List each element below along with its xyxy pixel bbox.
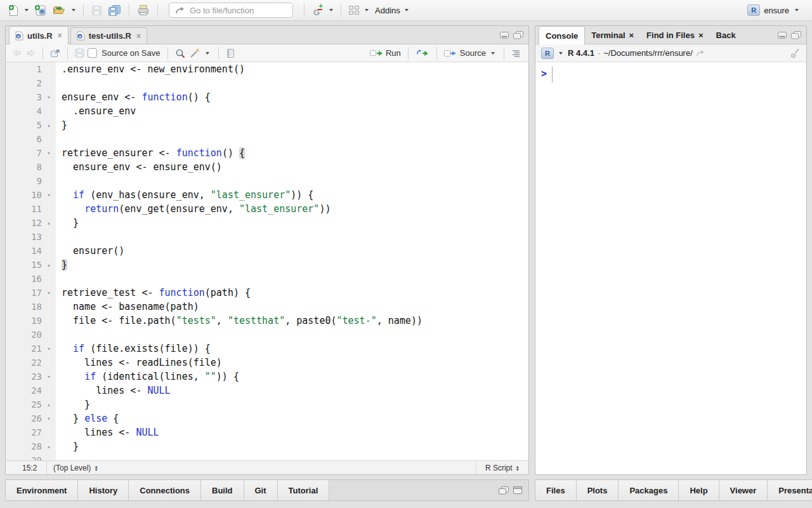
code-line[interactable]: 8 ensure_env <- ensure_env() xyxy=(6,160,528,174)
fold-toggle-icon[interactable]: ▾ xyxy=(42,345,56,352)
console-output[interactable]: > xyxy=(535,62,806,83)
close-icon[interactable]: × xyxy=(58,31,62,40)
close-icon[interactable]: × xyxy=(698,30,704,40)
panel-tab-connections[interactable]: Connections xyxy=(129,480,201,500)
fold-toggle-icon[interactable]: ▾ xyxy=(42,150,56,156)
console-tab-console[interactable]: Console xyxy=(539,26,585,44)
code-line[interactable]: 2 xyxy=(6,76,528,90)
close-icon[interactable]: × xyxy=(136,32,141,41)
maximize-pane-icon[interactable] xyxy=(791,31,801,39)
run-button[interactable]: Run xyxy=(370,48,401,58)
code-line[interactable]: 29 xyxy=(6,453,528,460)
panel-tab-tutorial[interactable]: Tutorial xyxy=(278,480,330,500)
code-line[interactable]: 15▴} xyxy=(6,258,528,272)
panel-tab-packages[interactable]: Packages xyxy=(619,480,679,500)
fold-toggle-icon[interactable]: ▾ xyxy=(42,94,56,100)
minimize-pane-icon[interactable] xyxy=(500,32,509,39)
restore-pane-icon[interactable] xyxy=(499,486,509,495)
popout-icon[interactable] xyxy=(50,49,60,58)
panel-tab-help[interactable]: Help xyxy=(679,480,719,500)
save-button[interactable] xyxy=(89,2,104,18)
code-line[interactable]: 6 xyxy=(6,132,528,146)
code-line[interactable]: 14 ensurer() xyxy=(6,244,528,258)
forward-icon[interactable] xyxy=(25,49,36,57)
project-selector[interactable]: R ensure xyxy=(747,4,806,16)
fold-toggle-icon[interactable]: ▴ xyxy=(42,122,56,128)
code-line[interactable]: 13 xyxy=(6,230,528,244)
minimize-pane-icon[interactable] xyxy=(778,32,787,39)
editor-tab-utils-r[interactable]: Rutils.R× xyxy=(9,26,69,44)
code-line[interactable]: 23▾ if (identical(lines, "")) { xyxy=(6,370,528,384)
fold-toggle-icon[interactable]: ▴ xyxy=(42,262,56,268)
chevron-down-icon[interactable] xyxy=(25,9,29,11)
file-type-selector[interactable]: R Script ▲▼ xyxy=(476,461,528,474)
code-line[interactable]: 11 return(env_get(ensure_env, "last_ensu… xyxy=(6,202,528,216)
code-line[interactable]: 28▴ } xyxy=(6,439,528,453)
working-directory[interactable]: ~/Documents/rrr/ensure/ xyxy=(603,48,693,58)
source-button[interactable]: Source xyxy=(444,48,486,58)
chevron-down-icon[interactable] xyxy=(329,9,333,11)
wand-icon[interactable] xyxy=(189,48,200,58)
code-line[interactable]: 27 lines <- NULL xyxy=(6,425,528,439)
fold-toggle-icon[interactable]: ▾ xyxy=(42,290,56,296)
code-line[interactable]: 12▴ } xyxy=(6,216,528,230)
version-control-button[interactable]: +G xyxy=(310,2,325,18)
save-icon[interactable] xyxy=(75,48,84,58)
addins-menu[interactable]: Addins xyxy=(372,6,413,15)
panel-tab-presentation[interactable]: Presentation xyxy=(768,480,812,500)
console-tab-back[interactable]: Back xyxy=(710,26,736,44)
code-line[interactable]: 18 name <- basename(path) xyxy=(6,300,528,314)
console-tab-terminal[interactable]: Terminal× xyxy=(585,26,640,44)
code-line[interactable]: 19 file <- file.path("tests", "testthat"… xyxy=(6,314,528,328)
code-line[interactable]: 1.ensure_env <- new_environment() xyxy=(6,62,528,76)
chevron-down-icon[interactable] xyxy=(491,52,495,55)
fold-toggle-icon[interactable]: ▴ xyxy=(42,401,56,408)
code-line[interactable]: 3▾ensure_env <- function() { xyxy=(6,90,528,104)
code-line[interactable]: 10▾ if (env_has(ensure_env, "last_ensure… xyxy=(6,188,528,202)
code-line[interactable]: 26▾ } else { xyxy=(6,411,528,425)
panel-tab-history[interactable]: History xyxy=(78,480,129,500)
goto-file-function-input[interactable] xyxy=(188,5,303,16)
scope-selector[interactable]: (Top Level) ▲▼ xyxy=(46,461,476,474)
compile-notebook-icon[interactable] xyxy=(226,48,235,58)
clear-console-button[interactable] xyxy=(790,48,801,58)
panel-tab-files[interactable]: Files xyxy=(535,480,577,500)
code-line[interactable]: 22 lines <- readLines(file) xyxy=(6,356,528,370)
fold-toggle-icon[interactable]: ▴ xyxy=(42,443,56,450)
editor-tab-test-utils-r[interactable]: Rtest-utils.R× xyxy=(70,27,147,44)
code-line[interactable]: 20 xyxy=(6,328,528,342)
code-line[interactable]: 16 xyxy=(6,272,528,286)
code-line[interactable]: 17▾retrieve_test <- function(path) { xyxy=(6,286,528,300)
search-icon[interactable] xyxy=(175,48,186,58)
fold-toggle-icon[interactable]: ▴ xyxy=(42,220,56,226)
new-file-button[interactable] xyxy=(6,2,21,18)
print-button[interactable] xyxy=(135,2,152,18)
panel-tab-git[interactable]: Git xyxy=(244,480,278,500)
fold-toggle-icon[interactable]: ▾ xyxy=(42,415,56,422)
code-line[interactable]: 4 .ensure_env xyxy=(6,104,528,118)
panes-layout-button[interactable] xyxy=(347,2,361,18)
console-tab-find-in-files[interactable]: Find in Files× xyxy=(640,26,709,44)
source-on-save-checkbox[interactable] xyxy=(88,48,97,58)
panel-tab-build[interactable]: Build xyxy=(201,480,244,500)
code-editor[interactable]: 1.ensure_env <- new_environment()23▾ensu… xyxy=(6,62,528,460)
panel-tab-plots[interactable]: Plots xyxy=(577,480,619,500)
open-file-button[interactable] xyxy=(51,2,68,18)
chevron-down-icon[interactable] xyxy=(206,52,209,55)
goto-file-function-box[interactable] xyxy=(169,3,293,18)
code-line[interactable]: 24 lines <- NULL xyxy=(6,384,528,398)
rerun-icon[interactable] xyxy=(416,49,429,57)
save-all-button[interactable] xyxy=(106,2,123,18)
fold-toggle-icon[interactable]: ▾ xyxy=(42,192,56,198)
panel-tab-viewer[interactable]: Viewer xyxy=(719,480,768,500)
back-icon[interactable] xyxy=(12,49,22,57)
code-line[interactable]: 25▴ } xyxy=(6,398,528,411)
maximize-pane-icon[interactable] xyxy=(513,486,522,494)
new-project-button[interactable]: R xyxy=(32,2,49,18)
panel-tab-environment[interactable]: Environment xyxy=(6,480,78,500)
code-line[interactable]: 9 xyxy=(6,174,528,188)
close-icon[interactable]: × xyxy=(629,30,634,40)
maximize-pane-icon[interactable] xyxy=(513,31,523,39)
code-line[interactable]: 5▴} xyxy=(6,118,528,132)
code-line[interactable]: 7▾retrieve_ensurer <- function() { xyxy=(6,146,528,160)
